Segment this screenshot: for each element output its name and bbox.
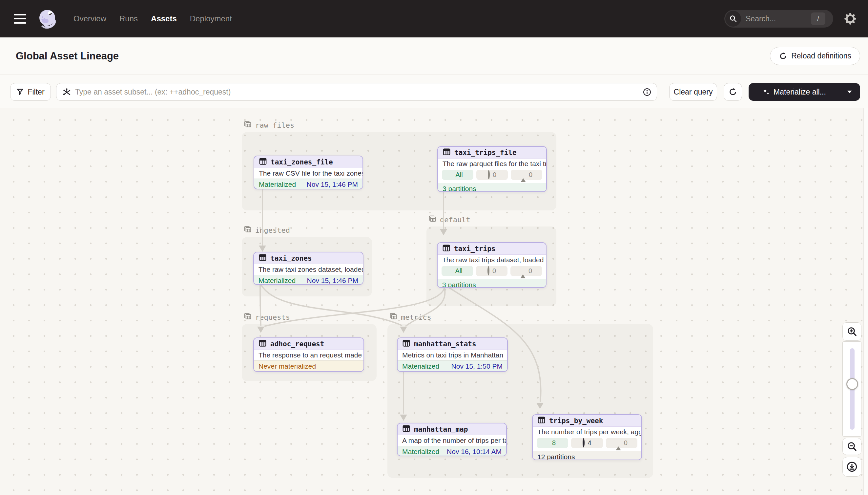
reload-definitions-button[interactable]: Reload definitions	[770, 47, 860, 65]
asset-status-footer: 3 partitions	[438, 183, 546, 192]
partition-health-badges: 840	[533, 437, 641, 451]
materialization-timestamp[interactable]: Nov 16, 10:14 AM	[447, 448, 501, 456]
asset-description: The raw parquet files for the taxi trips…	[438, 158, 546, 169]
asset-status-footer: MaterializedNov 15, 1:46 PM	[254, 178, 362, 189]
asset-description: The raw taxi trips dataset, loaded into …	[438, 255, 546, 265]
materialization-status: Materialized	[402, 448, 439, 456]
asset-name: adhoc_request	[270, 340, 324, 348]
table-icon	[443, 148, 451, 157]
asset-group-label-metrics[interactable]: metrics	[389, 312, 431, 322]
info-icon[interactable]	[643, 88, 652, 97]
partition-health-badges: All00	[438, 169, 546, 183]
materialize-all-main[interactable]: Materialize all...	[749, 83, 839, 100]
dagster-logo-icon[interactable]	[37, 8, 58, 30]
asset-node-header: taxi_zones_file	[254, 156, 362, 168]
asset-node-header: adhoc_request	[254, 338, 364, 350]
materialize-dropdown-toggle[interactable]	[839, 83, 860, 100]
nav-item-deployment[interactable]: Deployment	[190, 14, 232, 23]
group-layers-icon	[243, 120, 252, 130]
refresh-button[interactable]	[724, 83, 742, 101]
asset-graph-icon	[62, 88, 71, 97]
table-icon	[259, 339, 267, 348]
materialization-status: 3 partitions	[443, 185, 476, 192]
asset-node-header: taxi_zones	[254, 252, 363, 264]
zoom-in-icon	[847, 326, 857, 337]
download-image-button[interactable]	[843, 457, 862, 477]
zoom-out-icon	[847, 441, 857, 452]
search-icon	[725, 11, 741, 27]
asset-group-label-default[interactable]: default	[428, 215, 471, 225]
asset-subset-input[interactable]	[75, 88, 643, 97]
partition-badge-triangle: 0	[510, 266, 542, 276]
asset-node-taxi_zones_file[interactable]: taxi_zones_fileThe raw CSV file for the …	[253, 156, 363, 189]
zoom-slider-handle[interactable]	[846, 378, 858, 390]
table-icon	[402, 424, 410, 434]
materialization-status: Never materialized	[259, 362, 316, 370]
asset-name: manhattan_map	[414, 425, 468, 433]
top-nav: Overview Runs Assets Deployment /	[0, 0, 868, 37]
materialization-timestamp[interactable]: Nov 15, 1:46 PM	[307, 277, 358, 285]
asset-node-taxi_zones[interactable]: taxi_zonesThe raw taxi zones dataset, lo…	[253, 252, 364, 285]
asset-group-label-requests[interactable]: requests	[243, 312, 290, 322]
asset-subset-input-wrap[interactable]	[56, 83, 657, 101]
partition-badge-triangle: 0	[606, 438, 637, 448]
asset-node-taxi_trips_file[interactable]: taxi_trips_fileThe raw parquet files for…	[437, 146, 547, 192]
asset-node-taxi_trips[interactable]: taxi_tripsThe raw taxi trips dataset, lo…	[437, 242, 547, 288]
asset-group-label-raw_files[interactable]: raw_files	[243, 120, 294, 130]
global-search[interactable]: /	[724, 10, 833, 28]
asset-status-footer: Never materialized	[254, 360, 364, 372]
triangle-icon	[520, 267, 526, 275]
clear-query-button[interactable]: Clear query	[669, 83, 717, 101]
asset-status-footer: 12 partitions	[533, 451, 641, 460]
nav-item-assets[interactable]: Assets	[151, 14, 177, 23]
asset-node-trips_by_week[interactable]: trips_by_weekThe number of trips per wee…	[532, 414, 642, 460]
asset-node-header: taxi_trips_file	[438, 147, 546, 158]
settings-gear-icon[interactable]	[844, 13, 856, 24]
nav-item-runs[interactable]: Runs	[119, 14, 138, 23]
group-layers-icon	[243, 312, 252, 322]
asset-status-footer: 3 partitions	[438, 279, 546, 288]
zoom-out-button[interactable]	[843, 438, 862, 455]
circle-icon	[583, 439, 585, 447]
asset-node-manhattan_map[interactable]: manhattan_mapA map of the number of trip…	[397, 423, 507, 456]
asset-group-label-ingested[interactable]: ingested	[243, 225, 290, 235]
lineage-toolbar: Filter Clear query	[0, 75, 868, 108]
partition-badge-dot: 8	[537, 438, 568, 448]
materialization-status: Materialized	[402, 362, 439, 370]
asset-description: The number of trips per week, aggreg...	[533, 427, 641, 437]
group-layers-icon	[389, 312, 397, 322]
zoom-slider[interactable]	[843, 341, 862, 437]
asset-node-adhoc_request[interactable]: adhoc_requestThe response to an request …	[253, 338, 364, 372]
asset-status-footer: MaterializedNov 16, 10:14 AM	[397, 446, 506, 456]
partition-badge-dot: All	[442, 266, 473, 276]
materialize-all-button[interactable]: Materialize all...	[749, 83, 860, 101]
asset-node-header: manhattan_stats	[397, 338, 507, 350]
asset-node-header: trips_by_week	[533, 415, 641, 427]
zoom-in-button[interactable]	[843, 322, 862, 341]
lineage-canvas[interactable]: raw_filesingesteddefaultrequestsmetricst…	[0, 108, 868, 495]
group-layers-icon	[243, 225, 252, 235]
filter-funnel-icon	[16, 88, 24, 96]
asset-description: The raw CSV file for the taxi zones dat.…	[254, 168, 362, 178]
asset-node-header: manhattan_map	[397, 424, 506, 435]
download-icon	[846, 461, 857, 472]
materialization-timestamp[interactable]: Nov 15, 1:46 PM	[307, 181, 358, 188]
menu-icon[interactable]	[14, 14, 26, 24]
asset-name: taxi_trips_file	[454, 149, 517, 157]
search-input[interactable]	[746, 14, 801, 23]
filter-button[interactable]: Filter	[10, 83, 51, 101]
page-header: Global Asset Lineage Reload definitions	[0, 37, 868, 75]
search-shortcut-badge: /	[811, 13, 825, 25]
nav-item-overview[interactable]: Overview	[73, 14, 106, 23]
triangle-icon	[520, 171, 526, 178]
materialization-status: 3 partitions	[442, 281, 476, 288]
chevron-down-icon	[847, 90, 852, 93]
materialization-status: 12 partitions	[537, 453, 575, 461]
asset-name: manhattan_stats	[414, 340, 476, 348]
group-layers-icon	[428, 215, 437, 225]
materialization-timestamp[interactable]: Nov 15, 1:50 PM	[451, 362, 502, 370]
table-icon	[259, 157, 267, 167]
partition-badge-circle: 0	[476, 170, 508, 180]
asset-node-manhattan_stats[interactable]: manhattan_statsMetrics on taxi trips in …	[397, 338, 508, 372]
asset-name: trips_by_week	[549, 417, 603, 425]
